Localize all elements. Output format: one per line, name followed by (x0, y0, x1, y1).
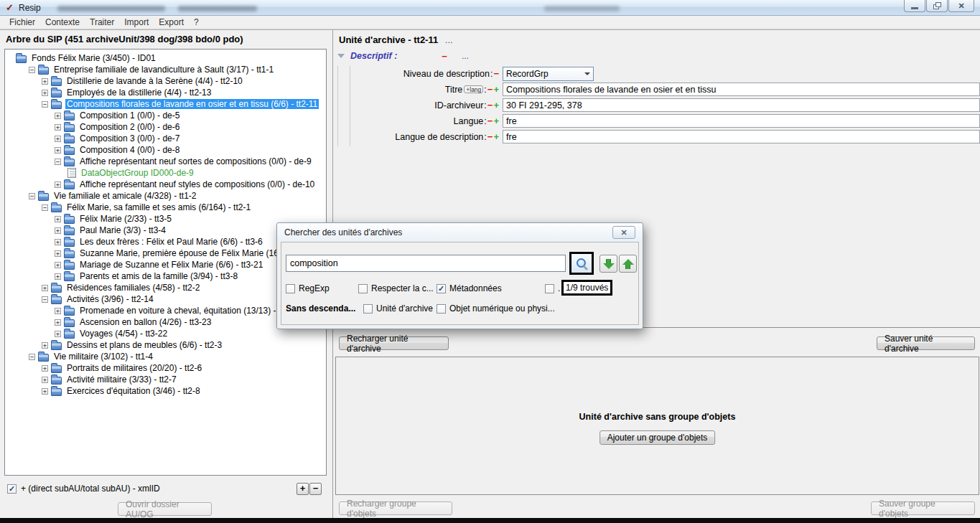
menu-item-?[interactable]: ? (189, 16, 204, 29)
tree-item[interactable]: +Distillerie de lavande à la Serène (4/4… (5, 75, 326, 87)
menu-item-import[interactable]: Import (119, 16, 154, 29)
tree-item[interactable]: +Portraits de militaires (20/20) - tt2-6 (5, 362, 326, 374)
menu-item-fichier[interactable]: Fichier (4, 16, 40, 29)
checkbox[interactable] (545, 284, 554, 293)
section-ellipsis[interactable]: ... (462, 51, 469, 61)
expand-icon[interactable]: + (55, 273, 61, 280)
expand-all-button[interactable]: + (297, 483, 309, 495)
search-dialog-title: Chercher des unités d'archives (284, 227, 402, 237)
collapse-icon[interactable]: − (42, 204, 48, 211)
add-field-button[interactable]: + (493, 100, 499, 110)
collapse-icon[interactable]: − (29, 193, 35, 199)
checkbox[interactable] (286, 284, 295, 293)
expand-icon[interactable]: + (42, 285, 48, 291)
expand-icon[interactable]: + (55, 308, 61, 314)
add-field-button[interactable]: + (493, 116, 499, 126)
tree-item-label: Activité militaire (3/33) - tt2-7 (65, 374, 178, 385)
search-option-label: Objet numérique ou physi... (449, 303, 555, 314)
tree-item[interactable]: +Composition 1 (0/0) - de-5 (5, 110, 326, 121)
tree-item[interactable]: +Composition 4 (0/0) - de-8 (5, 144, 326, 156)
collapse-all-button[interactable]: − (309, 483, 322, 495)
expand-icon[interactable]: + (55, 124, 61, 131)
add-field-button[interactable]: + (493, 132, 499, 141)
expand-icon[interactable]: + (55, 216, 61, 222)
remove-field-button[interactable]: − (487, 116, 493, 126)
checkbox[interactable] (437, 304, 446, 314)
tree-item[interactable]: −Affiche représentant neuf sortes de com… (5, 156, 326, 167)
expand-icon[interactable]: + (55, 239, 61, 245)
field-input[interactable] (503, 114, 980, 128)
expand-icon[interactable]: + (55, 250, 61, 257)
field-input[interactable] (503, 83, 980, 96)
search-button[interactable] (569, 252, 594, 275)
remove-section-button[interactable]: − (442, 52, 447, 61)
remove-field-button[interactable]: − (493, 69, 499, 78)
expand-icon[interactable]: + (42, 78, 48, 85)
expand-icon[interactable]: + (55, 331, 61, 337)
remove-field-button[interactable]: − (487, 132, 493, 141)
expand-icon[interactable]: + (55, 319, 61, 326)
field-input[interactable] (503, 98, 980, 112)
collapse-icon[interactable]: − (29, 354, 35, 360)
search-input[interactable] (286, 255, 566, 272)
search-previous-button[interactable] (619, 255, 637, 273)
menu-item-export[interactable]: Export (154, 16, 189, 29)
expand-icon[interactable]: + (55, 113, 61, 119)
reload-object-group-button[interactable]: Recharger groupe d'objets (339, 501, 452, 515)
tree-item[interactable]: +Voyages (4/54) - tt3-22 (5, 328, 326, 339)
tree-item-label: Portraits de militaires (20/20) - tt2-6 (65, 363, 203, 373)
expand-icon[interactable]: + (42, 388, 48, 395)
tree-item[interactable]: DataObjectGroup ID000-de-9 (5, 167, 326, 179)
xmlid-checkbox[interactable]: ✓ (7, 484, 17, 494)
field-input[interactable] (503, 130, 980, 143)
collapse-icon[interactable]: − (42, 101, 48, 108)
open-au-og-folder-button[interactable]: Ouvrir dossier AU/OG (118, 502, 212, 516)
close-button[interactable]: ✕ (948, 0, 974, 12)
tree-item[interactable]: +Dessins et plans de meubles (6/6) - tt2… (5, 339, 326, 351)
menu-item-contexte[interactable]: Contexte (40, 16, 85, 29)
minimize-button[interactable] (904, 0, 925, 12)
add-object-group-button[interactable]: Ajouter un groupe d'objets (599, 430, 716, 445)
remove-field-button[interactable]: − (487, 85, 493, 94)
checkbox[interactable] (363, 304, 373, 314)
save-object-group-button[interactable]: Sauver groupe d'objets (871, 501, 975, 515)
tree-item[interactable]: +Composition 3 (0/0) - de-7 (5, 133, 326, 144)
menu-item-traiter[interactable]: Traiter (85, 16, 119, 29)
collapse-icon[interactable]: − (55, 159, 61, 165)
tree-item[interactable]: +Affiche représentant neuf styles de com… (5, 179, 326, 190)
header-ellipsis[interactable]: ... (445, 34, 453, 45)
tree-item[interactable]: +Employés de la distillerie (4/4) - tt2-… (5, 87, 326, 98)
tree-item[interactable]: −Félix Marie, sa famille et ses amis (6/… (5, 202, 326, 213)
expand-icon[interactable]: + (55, 136, 61, 142)
expand-icon[interactable]: + (42, 342, 48, 349)
reload-archive-unit-button[interactable]: Recharger unité d'archive (339, 336, 449, 350)
tree-item[interactable]: −Vie familiale et amicale (4/328) - tt1-… (5, 190, 326, 202)
restore-button[interactable] (926, 0, 948, 12)
tree-item[interactable]: +Composition 2 (0/0) - de-6 (5, 121, 326, 133)
remove-field-button[interactable]: − (487, 100, 493, 110)
add-field-button[interactable]: + (493, 85, 499, 94)
collapse-icon[interactable]: − (29, 67, 35, 73)
description-level-select[interactable]: RecordGrp (503, 67, 594, 81)
expand-icon[interactable]: + (42, 90, 48, 96)
expand-icon[interactable]: + (55, 147, 61, 154)
tree-item[interactable]: +Activité militaire (3/33) - tt2-7 (5, 374, 326, 385)
expand-icon[interactable]: + (55, 227, 61, 234)
tree-item[interactable]: Fonds Félix Marie (3/450) - ID01 (5, 52, 326, 64)
tree-item[interactable]: +Exercices d'équitation (3/46) - tt2-8 (5, 385, 326, 397)
search-next-button[interactable] (599, 255, 617, 273)
tree-item[interactable]: −Vie militaire (3/102) - tt1-4 (5, 351, 326, 362)
expand-icon[interactable]: + (55, 182, 61, 188)
tree-item[interactable]: −Entreprise familiale de lavandiculture … (5, 64, 326, 75)
save-archive-unit-button[interactable]: Sauver unité d'archive (877, 336, 975, 350)
dialog-close-button[interactable]: ✕ (612, 226, 635, 239)
add-lang-button[interactable]: +lang (464, 85, 483, 93)
checkbox[interactable] (358, 284, 368, 293)
checkbox[interactable]: ✓ (437, 284, 446, 293)
chevron-down-icon[interactable] (337, 54, 345, 58)
tree-item[interactable]: −Compositions florales de lavande en osi… (5, 98, 326, 110)
expand-icon[interactable]: + (55, 262, 61, 268)
expand-icon[interactable]: + (42, 365, 48, 372)
collapse-icon[interactable]: − (42, 296, 48, 303)
expand-icon[interactable]: + (42, 377, 48, 383)
